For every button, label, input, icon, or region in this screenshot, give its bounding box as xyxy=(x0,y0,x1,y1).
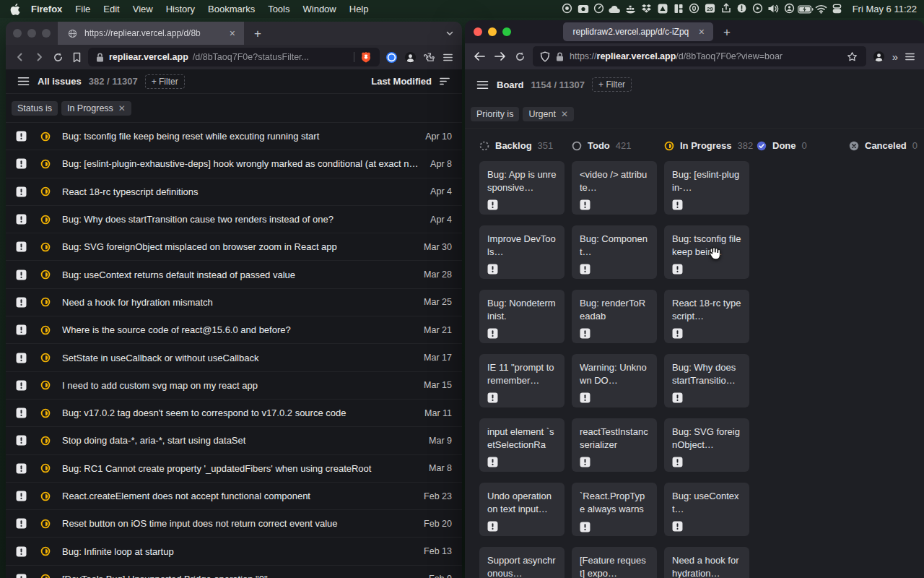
priority-urgent-icon[interactable] xyxy=(672,199,741,210)
priority-urgent-icon[interactable] xyxy=(580,392,649,403)
cloud-icon[interactable] xyxy=(607,4,623,15)
remove-filter-icon[interactable]: ✕ xyxy=(561,109,568,119)
priority-urgent-icon[interactable] xyxy=(16,297,27,308)
right-browser-tab[interactable]: replidraw2.vercel.app/d/c-iZpq × xyxy=(563,22,713,41)
menu-help[interactable]: Help xyxy=(343,4,375,14)
add-filter-button[interactable]: + Filter xyxy=(145,74,185,89)
status-in-progress-icon[interactable] xyxy=(40,269,51,280)
priority-urgent-icon[interactable] xyxy=(16,186,27,197)
priority-urgent-icon[interactable] xyxy=(16,380,27,391)
issue-row[interactable]: React 18-rc typescript definitionsApr 4 xyxy=(6,178,462,206)
priority-urgent-icon[interactable] xyxy=(16,491,27,501)
menu-firefox[interactable]: Firefox xyxy=(25,4,69,14)
minimize-window-button[interactable] xyxy=(27,29,36,38)
issue-row[interactable]: Bug: tsconfig file keep being reset whil… xyxy=(6,123,462,150)
priority-urgent-icon[interactable] xyxy=(16,269,27,280)
issue-row[interactable]: Bug: v17.0.2 tag doesn't seem to corresp… xyxy=(6,400,462,427)
browser-menu-icon[interactable] xyxy=(902,49,917,64)
forward-button[interactable] xyxy=(492,49,507,64)
close-tab-icon[interactable]: × xyxy=(697,27,706,37)
status-in-progress-icon[interactable] xyxy=(40,574,51,578)
forward-button[interactable] xyxy=(32,50,46,64)
issue-card[interactable]: reactTestInstanc serializer xyxy=(572,418,657,472)
onepassword-icon[interactable] xyxy=(384,50,398,64)
issue-card[interactable]: IE 11 "prompt to remember… xyxy=(479,354,565,407)
priority-urgent-icon[interactable] xyxy=(16,353,27,363)
reload-button[interactable] xyxy=(513,49,527,64)
issue-row[interactable]: Where is the source code of react@15.6.0… xyxy=(6,316,462,344)
issue-card[interactable]: <video /> attribute… xyxy=(572,161,657,215)
wifi-icon[interactable] xyxy=(814,3,829,14)
priority-urgent-icon[interactable] xyxy=(487,328,557,339)
zero-icon[interactable] xyxy=(687,2,702,14)
priority-urgent-icon[interactable] xyxy=(16,518,27,529)
issue-card[interactable]: Bug: Nondeterminist. xyxy=(479,290,565,343)
filter-value-chip[interactable]: Urgent ✕ xyxy=(523,107,574,121)
menu-view[interactable]: View xyxy=(126,4,160,14)
priority-urgent-icon[interactable] xyxy=(672,264,741,275)
issue-row[interactable]: Bug: Why does startTransition cause two … xyxy=(6,206,462,233)
meter-icon[interactable] xyxy=(591,2,607,14)
add-filter-button[interactable]: + Filter xyxy=(592,77,632,92)
priority-urgent-icon[interactable] xyxy=(672,457,741,467)
issue-card[interactable]: Bug: [eslint-plugin-… xyxy=(664,161,749,215)
issue-card[interactable]: input element `setSelectionRa xyxy=(479,418,565,472)
priority-urgent-icon[interactable] xyxy=(16,324,27,335)
issue-row[interactable]: Stop doing data-*, aria-*, start using d… xyxy=(6,427,462,454)
priority-urgent-icon[interactable] xyxy=(580,457,649,467)
minimize-window-button[interactable] xyxy=(488,27,497,36)
status-in-progress-icon[interactable] xyxy=(40,325,51,335)
status-in-progress-icon[interactable] xyxy=(40,215,51,225)
extension-avatar-icon[interactable] xyxy=(872,49,886,64)
priority-urgent-icon[interactable] xyxy=(672,328,741,339)
issue-row[interactable]: React.createElement does not accept func… xyxy=(6,483,462,510)
address-bar[interactable]: repliear.vercel.app /d/8bTaoq7F0e?status… xyxy=(88,48,380,66)
play-icon[interactable] xyxy=(750,2,766,14)
bookmark-star-icon[interactable] xyxy=(845,49,860,64)
menu-bookmarks[interactable]: Bookmarks xyxy=(201,4,261,14)
issue-row[interactable]: I need to add custom svg map on my react… xyxy=(6,372,462,400)
issue-card[interactable]: Bug: App is unresponsive… xyxy=(479,161,565,215)
extensions-icon[interactable] xyxy=(422,50,436,64)
priority-urgent-icon[interactable] xyxy=(16,407,27,418)
capture-icon[interactable] xyxy=(655,3,671,14)
priority-urgent-icon[interactable] xyxy=(16,435,27,446)
status-in-progress-icon[interactable] xyxy=(40,159,51,169)
brave-shield-icon[interactable] xyxy=(359,50,373,64)
menu-file[interactable]: File xyxy=(69,4,97,14)
sort-order-label[interactable]: Last Modified xyxy=(371,76,432,87)
apple-menu-icon[interactable] xyxy=(7,4,23,15)
zoom-window-button[interactable] xyxy=(42,29,51,38)
status-in-progress-icon[interactable] xyxy=(40,491,51,501)
status-in-progress-icon[interactable] xyxy=(40,519,51,529)
filter-value-chip[interactable]: In Progress ✕ xyxy=(61,101,131,116)
battery-icon[interactable] xyxy=(798,4,814,15)
issue-row[interactable]: Bug: useContext returns default instead … xyxy=(6,261,462,288)
power-icon[interactable] xyxy=(734,2,750,14)
issue-row[interactable]: SetState in useCallback or without useCa… xyxy=(6,344,462,371)
profiles-icon[interactable] xyxy=(829,3,845,14)
issue-row[interactable]: Bug: [eslint-plugin-exhaustive-deps] hoo… xyxy=(6,150,462,178)
priority-urgent-icon[interactable] xyxy=(16,241,27,252)
issue-card[interactable]: Support asynchronous… xyxy=(479,547,565,578)
menu-window[interactable]: Window xyxy=(297,4,343,14)
issue-row[interactable]: Bug: RC1 Cannot create property '_update… xyxy=(6,455,462,483)
issue-card[interactable]: Bug: SVG foreignObject… xyxy=(664,418,749,472)
zoom-window-button[interactable] xyxy=(502,27,511,36)
sort-icon[interactable] xyxy=(437,74,452,89)
status-in-progress-icon[interactable] xyxy=(40,186,51,197)
priority-urgent-icon[interactable] xyxy=(487,199,557,210)
close-window-button[interactable] xyxy=(13,29,22,38)
status-in-progress-icon[interactable] xyxy=(40,463,51,473)
tab-list-chevron-icon[interactable] xyxy=(445,28,455,38)
overflow-menu-icon[interactable]: » xyxy=(892,51,897,63)
assist-icon[interactable] xyxy=(782,2,798,14)
issue-row[interactable]: Bug: Infinite loop at startupFeb 13 xyxy=(6,538,462,565)
reload-button[interactable] xyxy=(51,50,65,64)
browser-menu-icon[interactable] xyxy=(440,50,455,64)
priority-urgent-icon[interactable] xyxy=(487,521,557,532)
priority-urgent-icon[interactable] xyxy=(487,392,557,403)
volume-icon[interactable] xyxy=(766,3,782,14)
menu-history[interactable]: History xyxy=(160,4,201,14)
issue-row[interactable]: [DevTools Bug] Unsupported Bridge operat… xyxy=(6,566,462,578)
